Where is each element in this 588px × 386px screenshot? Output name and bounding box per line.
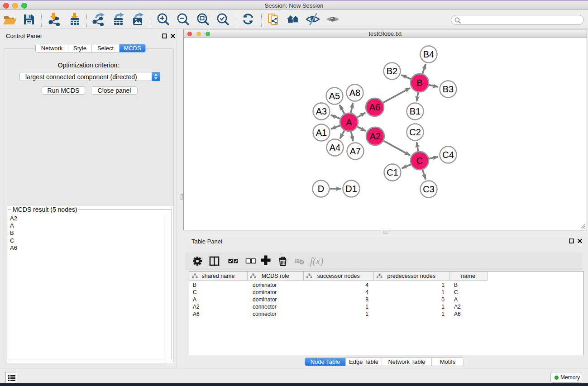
svg-text:B4: B4 — [423, 49, 434, 59]
svg-text:A3: A3 — [316, 106, 327, 116]
svg-text:B1: B1 — [410, 106, 421, 116]
svg-text:A6: A6 — [369, 102, 380, 112]
svg-text:A8: A8 — [349, 88, 360, 98]
svg-text:C1: C1 — [387, 167, 398, 177]
svg-text:C2: C2 — [409, 127, 421, 137]
svg-text:A2: A2 — [370, 131, 381, 141]
svg-text:D: D — [318, 184, 324, 194]
svg-text:A4: A4 — [330, 143, 340, 152]
svg-text:B2: B2 — [387, 66, 397, 76]
svg-text:A5: A5 — [329, 91, 340, 101]
svg-text:B: B — [416, 78, 422, 88]
svg-text:B3: B3 — [443, 84, 454, 94]
svg-text:f(x): f(x) — [310, 256, 323, 267]
svg-text:C4: C4 — [442, 150, 454, 160]
svg-text:D1: D1 — [345, 184, 357, 194]
svg-text:C: C — [416, 156, 423, 166]
svg-text:A7: A7 — [350, 146, 361, 156]
svg-text:A: A — [346, 117, 352, 127]
svg-text:C3: C3 — [423, 184, 435, 194]
svg-text:A1: A1 — [316, 128, 327, 138]
